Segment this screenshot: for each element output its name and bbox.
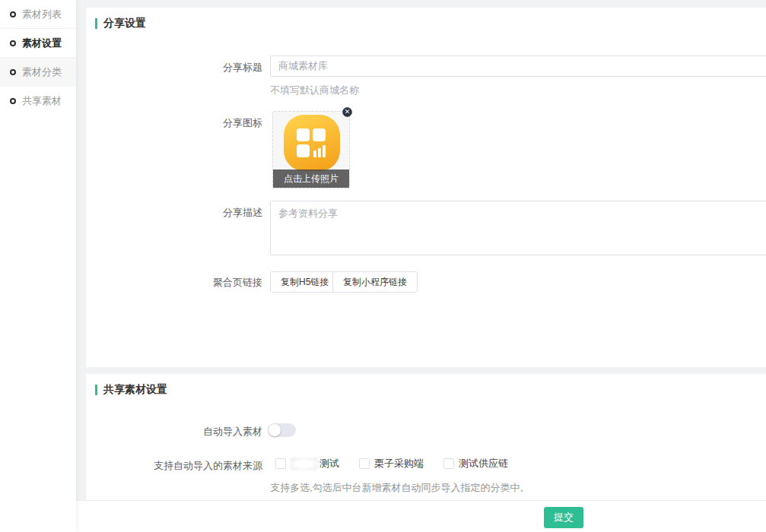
import-sources-help: 支持多选,勾选后中台新增素材自动同步导入指定的分类中。 <box>270 481 530 495</box>
aggregate-link-label: 聚合页链接 <box>86 276 262 290</box>
circle-icon <box>10 98 16 104</box>
submit-button[interactable]: 提交 <box>544 507 583 528</box>
circle-icon <box>10 40 16 46</box>
auto-import-toggle[interactable] <box>268 423 296 437</box>
section-accent-bar <box>95 385 97 395</box>
circle-icon <box>10 11 16 17</box>
logo-bar <box>313 150 316 157</box>
checkbox-icon[interactable] <box>443 458 454 469</box>
share-icon-upload[interactable]: 点击上传照片 ✕ <box>272 111 350 188</box>
share-settings-card: 分享设置 分享标题 不填写默认商城名称 分享图标 点击上传照片 ✕ 分享描述 聚… <box>86 8 766 367</box>
footer-bar: 提交 <box>76 500 766 532</box>
remove-image-icon[interactable]: ✕ <box>342 107 352 117</box>
sidebar: 素材列表 素材设置 素材分类 共享素材 <box>0 0 76 532</box>
logo-square <box>313 128 326 141</box>
import-sources-label: 支持自动导入的素材来源 <box>86 459 262 473</box>
sidebar-item-material-list[interactable]: 素材列表 <box>0 0 76 29</box>
sidebar-item-label: 素材设置 <box>22 36 62 50</box>
share-title-label: 分享标题 <box>86 61 262 74</box>
checkbox-icon[interactable] <box>359 458 370 469</box>
section-title: 共享素材设置 <box>103 383 167 397</box>
share-title-help: 不填写默认商城名称 <box>270 84 359 97</box>
redacted-text-blur <box>291 458 318 470</box>
upload-overlay-label[interactable]: 点击上传照片 <box>273 169 349 188</box>
sidebar-item-label: 共享素材 <box>22 94 62 108</box>
section-accent-bar <box>95 18 97 29</box>
checkbox-label: 测试供应链 <box>459 457 508 470</box>
circle-icon <box>10 69 16 75</box>
checkbox-label: 测试 <box>319 457 339 470</box>
auto-import-label: 自动导入素材 <box>86 425 262 439</box>
source-checkbox-test[interactable]: 测试 <box>275 457 339 470</box>
copy-miniprogram-link-button[interactable]: 复制小程序链接 <box>332 271 418 293</box>
source-checkbox-test-supply-chain[interactable]: 测试供应链 <box>443 457 508 470</box>
toggle-knob <box>269 424 281 436</box>
sidebar-item-material-settings[interactable]: 素材设置 <box>0 29 76 58</box>
checkbox-label: 栗子采购端 <box>374 457 424 470</box>
logo-square <box>297 144 310 157</box>
logo-bar <box>323 145 326 157</box>
section-header-share-settings: 分享设置 <box>95 17 146 30</box>
material-library-logo <box>284 115 340 171</box>
logo-square <box>297 128 310 141</box>
sidebar-item-material-category[interactable]: 素材分类 <box>0 58 76 87</box>
copy-h5-link-button[interactable]: 复制H5链接 <box>270 271 339 293</box>
sidebar-item-label: 素材分类 <box>22 65 62 79</box>
sidebar-item-label: 素材列表 <box>22 8 62 21</box>
section-header-shared-material: 共享素材设置 <box>95 383 167 397</box>
logo-bar <box>318 148 321 157</box>
checkbox-icon[interactable] <box>275 458 286 469</box>
import-sources-options: 测试 栗子采购端 测试供应链 <box>275 457 508 470</box>
share-icon-label: 分享图标 <box>86 116 262 130</box>
share-title-input[interactable] <box>270 55 766 77</box>
share-desc-label: 分享描述 <box>86 206 262 220</box>
section-title: 分享设置 <box>103 17 146 30</box>
sidebar-item-shared-material[interactable]: 共享素材 <box>0 87 76 116</box>
share-desc-textarea[interactable] <box>270 201 766 255</box>
source-checkbox-lizi-procurement[interactable]: 栗子采购端 <box>359 457 424 470</box>
shared-material-card: 共享素材设置 自动导入素材 支持自动导入的素材来源 测试 栗子采购端 测试供应链… <box>86 374 766 500</box>
